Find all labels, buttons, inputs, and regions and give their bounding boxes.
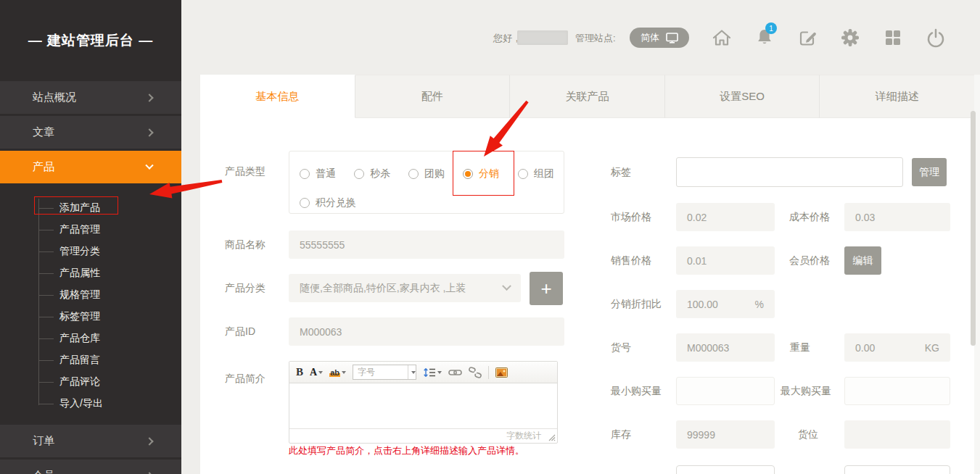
product-category-select[interactable]: 随便,全部商品,特价区,家具内衣 ,上装 [289,274,521,302]
tab-accessories[interactable]: 配件 [355,75,511,118]
tags-label: 标签 [611,158,631,186]
chevron-down-icon [502,281,511,291]
market-price-input[interactable]: 0.02 [676,203,775,231]
highlight-button[interactable]: ab [329,368,346,377]
language-switch-button[interactable]: 简体 [630,28,689,48]
insert-link-button[interactable] [448,367,462,378]
remove-link-button[interactable] [469,367,482,378]
market-price-label: 市场价格 [611,203,651,231]
submenu-item-reviews[interactable]: 产品评论 [0,371,181,393]
radio-points-exchange[interactable]: 积分兑换 [300,196,356,209]
radio-distribution[interactable]: 分销 [463,167,499,180]
min-purchase-input[interactable] [676,377,775,405]
product-id-label: 产品ID [225,317,255,346]
sidebar-item-label: 站点概况 [33,91,76,104]
sidebar-item-label: 订单 [33,434,54,448]
add-category-button[interactable]: + [530,272,563,305]
product-type-label: 产品类型 [225,157,265,186]
submenu-item-category-manage[interactable]: 管理分类 [0,241,181,262]
product-submenu: 添加产品 产品管理 管理分类 产品属性 规格管理 标签管理 产品仓库 产品留言 … [0,186,181,425]
stock-label: 库存 [611,420,631,449]
sidebar: — 建站管理后台 — 站点概况 文章 产品 添加产品 产品管理 管理分类 产品属… [0,0,181,474]
distribution-ratio-label: 分销折扣比 [611,290,662,318]
partial-input-left[interactable] [676,465,775,474]
member-price-label: 会员价格 [789,246,830,275]
stock-input[interactable]: 99999 [676,420,775,449]
dropdown-arrow-icon [411,371,416,374]
sale-price-input[interactable]: 0.01 [676,246,775,275]
chevron-right-icon [145,93,153,101]
submenu-item-product-attrs[interactable]: 产品属性 [0,262,181,284]
submenu-item-product-manage[interactable]: 产品管理 [0,219,181,241]
submenu-item-spec-manage[interactable]: 规格管理 [0,284,181,306]
tab-related-products[interactable]: 关联产品 [510,75,665,118]
sidebar-item-products[interactable]: 产品 [0,151,181,183]
location-label: 货位 [798,420,818,449]
content-tabs: 基本信息 配件 关联产品 设置SEO 详细描述 [200,75,974,118]
submenu-item-warehouse[interactable]: 产品仓库 [0,328,181,349]
radio-icon [408,169,419,179]
app-logo: — 建站管理后台 — [0,0,181,81]
notification-badge: 1 [765,22,777,34]
settings-button[interactable] [837,25,863,50]
cost-price-input[interactable]: 0.03 [844,203,950,231]
edit-member-price-button[interactable]: 编辑 [844,246,881,275]
scrollbar-thumb[interactable] [971,111,976,346]
tab-detail-description[interactable]: 详细描述 [820,75,974,118]
product-name-input[interactable]: 55555555 [289,230,564,259]
editor-body[interactable] [289,383,557,428]
resize-grip-icon[interactable] [548,434,556,441]
submenu-item-add-product[interactable]: 添加产品 [0,197,181,219]
link-icon [448,367,462,378]
submenu-item-messages[interactable]: 产品留言 [0,349,181,371]
header-icons: 1 [709,25,949,50]
font-color-button[interactable]: A [310,367,323,378]
submenu-item-tag-manage[interactable]: 标签管理 [0,306,181,328]
product-intro-label: 产品简介 [225,365,265,393]
weight-label: 重量 [790,333,810,362]
distribution-ratio-input[interactable]: 100.00 % [676,290,775,318]
sidebar-item-orders[interactable]: 订单 [0,425,181,457]
radio-normal[interactable]: 普通 [300,167,336,180]
radio-icon [300,198,310,208]
tab-basic-info[interactable]: 基本信息 [200,75,355,118]
username-redacted [517,30,568,45]
dropdown-arrow-icon [342,371,346,374]
radio-icon [354,169,364,179]
product-id-input[interactable]: M000063 [289,317,564,346]
notifications-button[interactable]: 1 [752,25,778,50]
radio-flash-sale[interactable]: 秒杀 [354,167,390,180]
chevron-down-icon [145,161,153,169]
edit-icon [798,28,818,47]
sidebar-item-site-overview[interactable]: 站点概况 [0,81,181,114]
sidebar-item-members[interactable]: 会员 [0,460,181,474]
item-number-input[interactable]: M000063 [676,333,775,362]
submenu-item-import-export[interactable]: 导入/导出 [0,393,181,415]
radio-team-buy[interactable]: 组团 [518,167,554,180]
logout-button[interactable] [923,25,949,50]
radio-group-buy[interactable]: 团购 [408,167,445,180]
weight-input[interactable]: 0.00 KG [844,333,950,362]
insert-image-button[interactable] [495,367,508,378]
line-height-icon [423,367,436,378]
basic-info-panel: 产品类型 普通 秒杀 团购 分销 组团 [200,118,974,474]
sidebar-item-articles[interactable]: 文章 [0,116,181,149]
manage-tags-button[interactable]: 管理 [912,158,947,186]
radio-icon [300,169,310,179]
partial-input-right[interactable] [844,465,950,474]
font-size-select[interactable]: 字号 [353,365,416,380]
home-button[interactable] [709,25,735,50]
page: — 建站管理后台 — 站点概况 文章 产品 添加产品 产品管理 管理分类 产品属… [0,0,980,474]
location-input[interactable] [844,420,950,449]
unlink-icon [469,367,482,378]
line-height-button[interactable] [423,367,442,378]
sidebar-item-label: 产品 [33,160,54,174]
bold-button[interactable]: B [296,366,303,378]
intro-helper-note: 此处填写产品简介，点击右上角详细描述输入产品详情。 [289,444,524,457]
tab-seo[interactable]: 设置SEO [665,75,820,118]
apps-button[interactable] [880,25,906,50]
max-purchase-input[interactable] [844,377,950,405]
edit-button[interactable] [794,25,820,50]
sidebar-item-label: 文章 [33,125,54,139]
tags-input[interactable] [676,157,903,187]
